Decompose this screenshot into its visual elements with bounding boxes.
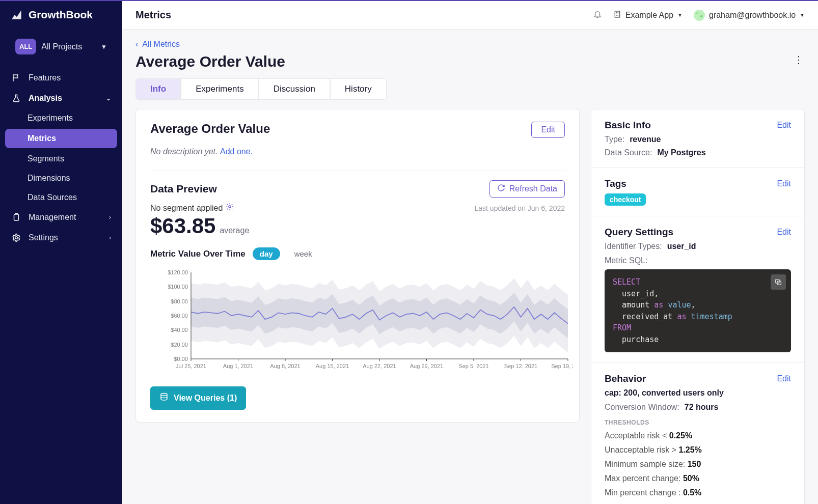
svg-text:Sep 5, 2021: Sep 5, 2021 [458,363,488,369]
copy-icon[interactable] [771,274,786,290]
svg-point-3 [229,206,231,208]
svg-text:Sep 12, 2021: Sep 12, 2021 [504,363,537,369]
svg-text:$0.00: $0.00 [174,356,188,362]
sidebar-item-metrics[interactable]: Metrics [5,129,117,148]
refresh-data-button[interactable]: Refresh Data [489,180,565,198]
database-icon [159,393,169,404]
user-menu[interactable]: graham@growthbook.io ▼ [694,10,805,21]
tab-experiments[interactable]: Experiments [181,78,258,100]
page-title: Average Order Value [135,53,285,70]
app-switcher[interactable]: Example App ▼ [613,10,683,20]
view-queries-button[interactable]: View Queries (1) [150,386,246,410]
breadcrumb-back[interactable]: ‹ All Metrics [135,40,805,49]
project-switcher[interactable]: ALL All Projects ▼ [5,34,117,60]
edit-behavior[interactable]: Edit [777,374,791,383]
add-description-link[interactable]: Add one. [220,147,253,156]
edit-query[interactable]: Edit [777,228,791,237]
sidebar-item-settings[interactable]: Settings › [0,228,122,248]
tab-info[interactable]: Info [135,78,181,100]
chevron-right-icon: › [109,214,111,221]
chevron-down-icon: ⌄ [106,95,111,102]
sidebar-label-features: Features [29,73,61,82]
breadcrumb-label: All Metrics [142,40,180,49]
granularity-day[interactable]: day [253,247,280,260]
sidebar-item-features[interactable]: Features [0,68,122,88]
gear-icon [11,233,21,243]
svg-point-31 [161,394,167,396]
metric-value-suffix: average [220,226,249,235]
tag-chip[interactable]: checkout [605,193,646,206]
svg-text:Aug 15, 2021: Aug 15, 2021 [316,363,349,369]
query-settings-title: Query Settings [605,227,673,238]
max-percent-change: Max percent change: 50% [605,474,791,483]
growthbook-logo-icon [10,8,23,21]
sidebar-label-settings: Settings [29,233,58,242]
svg-text:$100.00: $100.00 [168,284,188,290]
edit-tags[interactable]: Edit [777,179,791,188]
behavior-cap: cap: 200, converted users only [605,388,791,398]
type-value: revenue [630,135,661,144]
svg-text:$20.00: $20.00 [171,342,188,348]
chart: $0.00$20.00$40.00$60.00$80.00$100.00$120… [150,267,565,376]
user-email: graham@growthbook.io [709,11,796,20]
thresholds-label: THRESHOLDS [605,419,791,426]
tabs: Info Experiments Discussion History [135,78,805,100]
svg-text:$60.00: $60.00 [171,313,188,319]
svg-text:$120.00: $120.00 [168,269,188,275]
granularity-week[interactable]: week [287,247,319,260]
min-percent-change: Min percent change : 0.5% [605,488,791,497]
identifier-types-value: user_id [667,242,696,251]
svg-text:Aug 8, 2021: Aug 8, 2021 [270,363,300,369]
sidebar-item-data-sources[interactable]: Data Sources [0,188,122,207]
chevron-left-icon: ‹ [135,40,138,49]
segment-label: No segment applied [150,204,223,213]
tags-title: Tags [605,178,626,189]
flag-icon [11,73,21,83]
bell-icon[interactable] [593,10,602,21]
unacceptable-risk: Unacceptable risk > 1.25% [605,445,791,455]
svg-point-1 [15,237,18,239]
sidebar-label-analysis: Analysis [29,94,62,103]
tab-history[interactable]: History [330,78,387,100]
kebab-menu-icon[interactable]: ⋯ [793,55,805,66]
chevron-right-icon: › [109,234,111,241]
edit-button[interactable]: Edit [531,122,565,138]
brand[interactable]: GrowthBook [0,1,122,29]
flask-icon [11,93,21,103]
conversion-window-value: 72 hours [685,403,719,412]
topbar-title: Metrics [135,9,583,21]
sidebar-item-segments[interactable]: Segments [0,149,122,169]
project-name: All Projects [41,42,96,51]
svg-rect-0 [14,214,19,220]
sidebar-item-management[interactable]: Management › [0,207,122,228]
sidebar-item-analysis[interactable]: Analysis ⌄ [0,88,122,108]
details-panel: Basic InfoEdit Type:revenue Data Source:… [591,109,805,504]
svg-text:Jul 25, 2021: Jul 25, 2021 [176,363,206,369]
avatar-icon [694,10,705,21]
tab-discussion[interactable]: Discussion [259,78,330,100]
caret-down-icon: ▼ [800,12,805,18]
app-name: Example App [625,11,673,20]
datasource-value: My Postgres [657,148,705,157]
sidebar-nav: Features Analysis ⌄ Experiments Metrics … [0,63,122,253]
svg-text:Aug 29, 2021: Aug 29, 2021 [410,363,443,369]
sidebar-label-management: Management [29,213,76,222]
svg-rect-2 [615,11,619,17]
brand-name: GrowthBook [29,9,93,21]
edit-basic-info[interactable]: Edit [777,121,791,130]
project-badge: ALL [15,39,36,54]
acceptable-risk: Acceptable risk < 0.25% [605,431,791,440]
chart-title: Metric Value Over Time [150,249,246,259]
behavior-title: Behavior [605,373,646,384]
sidebar-item-dimensions[interactable]: Dimensions [0,169,122,188]
description-placeholder: No description yet. Add one. [150,147,565,156]
clipboard-icon [11,212,21,222]
svg-text:$80.00: $80.00 [171,298,188,304]
metric-value: $63.85 [150,214,215,238]
svg-text:$40.00: $40.00 [171,327,188,333]
svg-text:Aug 1, 2021: Aug 1, 2021 [223,363,253,369]
basic-info-title: Basic Info [605,120,651,131]
sql-code: SELECT user_id, amount as value, receive… [605,269,791,352]
segment-gear-icon[interactable] [226,203,234,213]
sidebar-item-experiments[interactable]: Experiments [0,108,122,128]
